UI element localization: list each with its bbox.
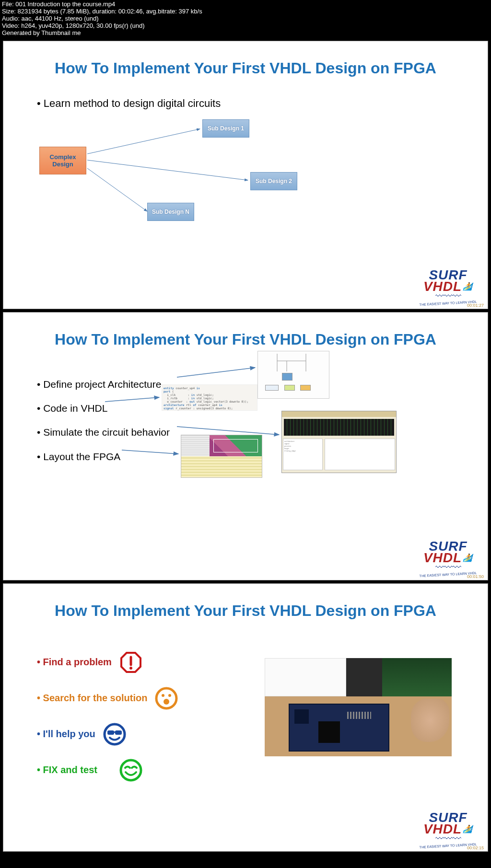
slide2-content: Define project Architecture Code in VHDL… (3, 348, 488, 550)
vhdl-code-snippet: entity counter_up4 isport ( i_clk : in s… (162, 384, 257, 411)
slide-2: How To Implement Your First VHDL Design … (3, 312, 488, 580)
chip-thumb (346, 658, 382, 696)
sub-design-1-box: Sub Design 1 (202, 119, 249, 138)
bullet-arch: Define project Architecture (37, 372, 170, 396)
slide-title: How To Implement Your First VHDL Design … (3, 312, 488, 348)
svg-point-22 (121, 760, 141, 780)
surf-vhdl-logo: SURF VHDL🏄 〰〰〰 THE EASIEST WAY TO LEARN … (416, 267, 480, 305)
slide-1: How To Implement Your First VHDL Design … (3, 41, 488, 309)
meta-audio: Audio: aac, 44100 Hz, stereo (und) (2, 15, 489, 23)
svg-point-18 (105, 724, 125, 744)
hand (411, 699, 449, 742)
cool-sunglasses-face-icon (103, 723, 126, 746)
slide2-bullets: Define project Architecture Code in VHDL… (37, 372, 170, 469)
sub-design-n-box: Sub Design N (147, 203, 194, 221)
svg-line-3 (177, 368, 255, 377)
surf-vhdl-logo: SURF VHDL🏄 〰〰〰 THE EASIEST WAY TO LEARN … (416, 539, 480, 576)
row-help-you: I'll help you (37, 723, 126, 746)
warning-octagon-icon (119, 651, 142, 674)
svg-point-16 (168, 694, 171, 697)
svg-line-2 (87, 168, 147, 211)
label: FIX and test (37, 764, 97, 775)
meta-size: Size: 8231934 bytes (7.85 MiB), duration… (2, 8, 489, 15)
surfer-icon: 🏄 (463, 553, 473, 562)
metadata-overlay: File: 001 Introduction top the course.mp… (0, 0, 491, 38)
svg-line-1 (87, 160, 248, 180)
slide-3: How To Implement Your First VHDL Design … (3, 583, 488, 852)
bullet-code: Code in VHDL (37, 396, 170, 420)
surfer-icon: 🏄 (463, 282, 473, 291)
slide1-bullets: Learn method to design digital circuits (3, 77, 488, 116)
svg-rect-20 (115, 730, 122, 735)
svg-line-0 (87, 129, 200, 154)
bullet-item: Learn method to design digital circuits (37, 92, 488, 116)
hand-on-board-photo (265, 696, 452, 756)
fpga-dev-board (289, 704, 389, 752)
label: Find a problem (37, 657, 112, 668)
svg-point-13 (129, 667, 132, 670)
schematic-thumb (265, 658, 346, 696)
svg-rect-21 (114, 731, 116, 733)
pcb-thumb (382, 658, 452, 696)
meta-file: File: 001 Introduction top the course.mp… (2, 1, 489, 8)
happy-face-icon (119, 759, 142, 782)
timestamp: 00:02:15 (467, 845, 484, 850)
meta-video: Video: h264, yuv420p, 1280x720, 30.00 fp… (2, 23, 489, 30)
svg-point-17 (164, 699, 169, 705)
surfer-icon: 🏄 (463, 824, 473, 833)
svg-point-15 (162, 694, 164, 697)
design-tree-diagram: Complex Design Sub Design 1 Sub Design 2… (3, 116, 488, 250)
complex-design-box: Complex Design (39, 147, 86, 174)
slide-title: How To Implement Your First VHDL Design … (3, 584, 488, 620)
row-fix-test: FIX and test (37, 759, 142, 782)
svg-rect-19 (107, 730, 114, 735)
simulator-screenshot: architecturesignalprocessbeginif rising_… (281, 411, 397, 473)
fpga-board-photo (265, 658, 452, 756)
architecture-diagram (257, 351, 329, 399)
slide-title: How To Implement Your First VHDL Design … (3, 41, 488, 77)
row-find-problem: Find a problem (37, 651, 142, 674)
surf-vhdl-logo: SURF VHDL🏄 〰〰〰 THE EASIEST WAY TO LEARN … (416, 810, 480, 847)
bullet-layout: Layout the FPGA (37, 445, 170, 469)
timestamp: 00:01:50 (467, 574, 484, 579)
slide3-content: Find a problem Search for the solution I… (3, 620, 488, 821)
sub-design-2-box: Sub Design 2 (250, 172, 297, 190)
fpga-layout-screenshot (181, 435, 262, 478)
bullet-sim: Simulate the circuit behavior (37, 420, 170, 444)
meta-gen: Generated by Thumbnail me (2, 30, 489, 37)
row-search-solution: Search for the solution (37, 687, 178, 710)
svg-line-5 (177, 427, 279, 435)
label: Search for the solution (37, 693, 147, 704)
label: I'll help you (37, 729, 95, 740)
timestamp: 00:01:27 (467, 303, 484, 308)
svg-point-14 (156, 688, 176, 708)
waveform (284, 419, 394, 436)
surprised-face-icon (155, 687, 178, 710)
